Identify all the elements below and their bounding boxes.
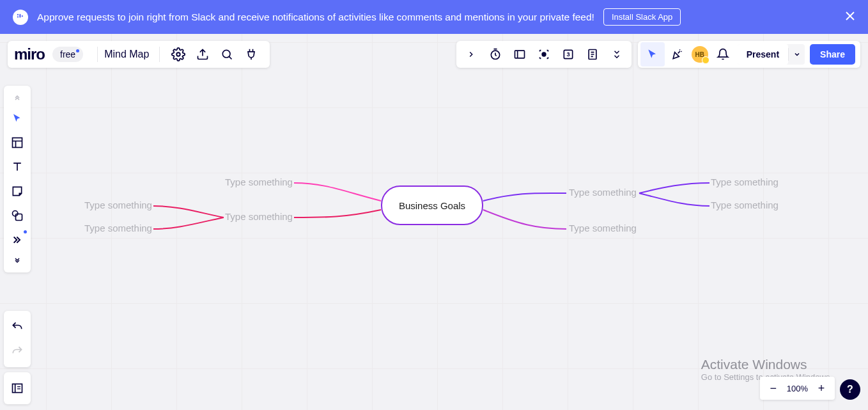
install-slack-button[interactable]: Install Slack App [603, 8, 681, 26]
present-dropdown-button[interactable] [788, 48, 805, 61]
share-button[interactable]: Share [810, 44, 855, 65]
zoom-controls: − 100% + [760, 377, 835, 400]
center-toolbar: 3 [456, 41, 632, 68]
divider [97, 47, 98, 62]
plug-button[interactable] [239, 42, 263, 67]
hide-frames-button[interactable] [508, 42, 532, 67]
present-group: Present [738, 44, 805, 65]
svg-rect-11 [13, 384, 22, 392]
header-left-group: miro free Mind Map [8, 41, 270, 68]
settings-button[interactable] [166, 42, 190, 67]
user-avatar[interactable]: HB [689, 42, 711, 67]
close-banner-button[interactable] [845, 10, 855, 24]
svg-text:3: 3 [566, 51, 570, 58]
attention-button[interactable] [532, 42, 556, 67]
plan-badge[interactable]: free [52, 47, 83, 62]
svg-point-0 [177, 52, 181, 56]
reactions-button[interactable] [665, 42, 689, 67]
bottom-panel [4, 372, 31, 404]
miro-logo[interactable]: miro [14, 45, 45, 63]
notes-button[interactable] [580, 42, 605, 67]
slack-banner: Approve requests to join right from Slac… [0, 0, 868, 34]
redo-button[interactable] [6, 340, 29, 363]
mindmap-center-node[interactable]: Business Goals [381, 185, 483, 225]
expand-tools-button[interactable] [6, 253, 29, 268]
export-button[interactable] [190, 42, 215, 67]
header-right-group: 3 HB Present [456, 41, 860, 68]
slack-icon [13, 10, 28, 25]
svg-point-4 [542, 52, 546, 56]
divider [159, 47, 160, 62]
frames-panel-button[interactable] [6, 377, 29, 400]
shapes-tool[interactable] [6, 204, 29, 227]
templates-tool[interactable] [6, 131, 29, 154]
undo-redo-panel [4, 311, 31, 367]
collapse-toolbar-button[interactable] [6, 90, 29, 106]
board-name[interactable]: Mind Map [104, 49, 149, 60]
svg-rect-9 [16, 214, 22, 221]
sticky-note-tool[interactable] [6, 180, 29, 203]
zoom-in-button[interactable]: + [812, 379, 831, 398]
help-button[interactable]: ? [840, 379, 860, 400]
watermark-title: Activate Windows [701, 357, 832, 372]
present-button[interactable]: Present [738, 44, 788, 65]
mindmap-node[interactable]: Type something [569, 187, 637, 198]
mindmap-node[interactable]: Type something [711, 177, 779, 187]
text-tool[interactable] [6, 155, 29, 178]
mindmap-node[interactable]: Type something [84, 223, 152, 233]
mindmap-node[interactable]: Type something [569, 223, 637, 233]
mindmap-node[interactable]: Type something [711, 200, 779, 210]
search-button[interactable] [215, 42, 239, 67]
notifications-button[interactable] [711, 42, 735, 67]
right-toolbar: HB Present Share [638, 41, 860, 68]
mindmap-node[interactable]: Type something [84, 200, 152, 210]
select-tool[interactable] [6, 107, 29, 130]
mindmap-node[interactable]: Type something [225, 177, 293, 187]
zoom-level[interactable]: 100% [783, 384, 812, 393]
banner-text: Approve requests to join right from Slac… [37, 12, 594, 23]
zoom-out-button[interactable]: − [764, 379, 783, 398]
cursor-toggle-button[interactable] [640, 42, 665, 67]
more-tools-button[interactable] [6, 228, 29, 251]
more-apps-button[interactable] [605, 42, 629, 67]
svg-point-1 [223, 50, 231, 58]
undo-button[interactable] [6, 315, 29, 338]
svg-rect-3 [515, 51, 524, 58]
voting-button[interactable]: 3 [556, 42, 580, 67]
collapse-toolbar-button[interactable] [459, 42, 483, 67]
header-row: miro free Mind Map [8, 41, 860, 68]
svg-rect-8 [13, 138, 22, 148]
left-toolbar [4, 86, 31, 272]
timer-button[interactable] [483, 42, 508, 67]
mindmap-node[interactable]: Type something [225, 211, 293, 222]
